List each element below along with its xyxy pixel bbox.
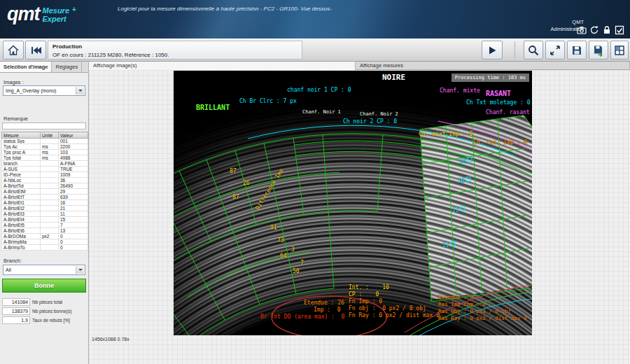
- layout-grid-button[interactable]: [610, 41, 629, 59]
- table-row[interactable]: A-BrtotEtT639: [2, 195, 88, 200]
- table-cell: [41, 195, 59, 200]
- measurement-image-viewer[interactable]: NOIREBRILLANTRASANTchanf noir 1 CP : 0Ch…: [174, 71, 532, 335]
- main-area: Affichage image(s) Affichage mesures: [89, 62, 630, 364]
- table-row[interactable]: A-BrtotEt613: [2, 228, 88, 234]
- play-button[interactable]: [482, 41, 503, 59]
- table-cell: A-SUS: [2, 167, 41, 172]
- table-cell: A-BrImpMa: [2, 239, 41, 245]
- table-cell: 16: [59, 200, 88, 206]
- image-annotation: Ras Ray : 0 px2 / dist max 0: [438, 316, 526, 321]
- table-row[interactable]: A-BrtotEt116: [2, 200, 88, 206]
- image-annotation: Imp : 0: [314, 307, 341, 313]
- chevron-down-icon[interactable]: [76, 266, 84, 274]
- table-cell: 26490: [59, 183, 88, 189]
- image-select-value: Img_A_Overlay (mono): [6, 88, 56, 93]
- table-row[interactable]: A-BrtotEt415: [2, 217, 88, 223]
- image-annotation: Chanf. rasant: [486, 110, 530, 115]
- processing-time-badge: Processing time : 103 ms: [451, 74, 529, 82]
- image-annotation: 11: [442, 243, 449, 248]
- table-row[interactable]: A-BrtotEt221: [2, 206, 88, 211]
- camera-icon[interactable]: [577, 25, 587, 35]
- checkbox-icon[interactable]: [615, 25, 624, 35]
- stat-label: Nb pièces total: [32, 300, 62, 304]
- remarque-input[interactable]: [2, 122, 86, 130]
- application-window: qmt Mesure Expert + Logiciel pour la mes…: [0, 0, 630, 364]
- table-cell: [41, 223, 59, 228]
- image-annotation: Etendue : 26: [304, 300, 344, 306]
- table-row[interactable]: A-BrImpTo0: [2, 245, 88, 251]
- image-annotation: Fn Ray : 0 px2 / dist max 0: [349, 313, 440, 318]
- image-annotation: Ch. ras. Imp : 0: [473, 140, 527, 146]
- table-cell: [41, 178, 59, 183]
- table-row[interactable]: A-BrtotEtM29: [2, 189, 88, 195]
- measure-table: MesureUnitéValeur status Sys001Tps Acms2…: [1, 132, 88, 251]
- table-row[interactable]: A-SUSTRUE: [2, 167, 88, 172]
- table-row[interactable]: branchA-FINA: [2, 161, 88, 167]
- search-button[interactable]: [524, 41, 543, 59]
- table-cell: 0: [59, 234, 88, 239]
- skip-back-button[interactable]: [25, 41, 46, 59]
- table-cell: ms: [41, 144, 59, 150]
- table-row[interactable]: Tps Acms2200: [2, 144, 88, 150]
- main-tab-bar: Affichage image(s) Affichage mesures: [89, 62, 630, 70]
- export-button[interactable]: [589, 41, 608, 59]
- table-cell: A-NbLoc: [2, 178, 41, 183]
- tab-selection-image[interactable]: Sélection d'image: [0, 62, 52, 72]
- left-sidebar: Sélection d'image Réglages Images : Img_…: [0, 62, 89, 364]
- table-cell: branch: [2, 161, 41, 167]
- table-row[interactable]: ID-Piece1009: [2, 172, 88, 178]
- play-icon: [486, 44, 498, 57]
- image-annotation: Chanf. Noir 1: [302, 110, 341, 115]
- column-header[interactable]: Valeur: [59, 132, 88, 139]
- tab-affichage-images[interactable]: Affichage image(s): [89, 62, 356, 70]
- logo-wordmark: Mesure Expert: [43, 7, 70, 23]
- work-order-line: OF en cours : 211125 M280, Référence : 1…: [52, 51, 298, 59]
- image-annotation: 64: [280, 253, 287, 259]
- table-cell: A-BrtotEt4: [2, 217, 41, 223]
- window-grid-icon: [613, 44, 626, 57]
- table-row[interactable]: status Sys001: [2, 139, 88, 144]
- image-annotation: Ch. mixt Imp : 0: [419, 132, 472, 137]
- branch-select-value: All: [6, 267, 11, 272]
- chevron-down-icon[interactable]: [76, 87, 84, 94]
- table-cell: Tps proc A: [2, 150, 41, 155]
- table-row[interactable]: A-BrtotTot26490: [2, 183, 88, 189]
- stat-label: Nb pièces bonne(s): [32, 309, 71, 314]
- stat-value: 1,9: [2, 316, 30, 324]
- table-cell: status Sys: [2, 139, 41, 144]
- image-annotation: Int. : 10: [349, 285, 389, 290]
- table-row[interactable]: A-BrDOMapx20: [2, 234, 88, 239]
- image-annotation: 10: [458, 178, 465, 184]
- image-select[interactable]: Img_A_Overlay (mono): [3, 85, 85, 96]
- stat-label: Taux de rebuts [%]: [32, 318, 70, 323]
- table-row[interactable]: Tps totalms4988: [2, 155, 88, 161]
- save-button[interactable]: [567, 41, 587, 59]
- part-status-button[interactable]: Bonne: [2, 279, 86, 293]
- table-row[interactable]: Tps proc Ams103: [2, 150, 88, 155]
- table-row[interactable]: A-BrtotEt311: [2, 211, 88, 217]
- table-cell: A-FINA: [59, 161, 88, 167]
- column-header[interactable]: Mesure: [2, 132, 41, 139]
- table-row[interactable]: A-NbLoc36: [2, 178, 88, 183]
- image-annotation: Ras Obj : 0 px2 / 0 obj: [438, 309, 511, 314]
- column-header[interactable]: Unité: [41, 132, 59, 139]
- table-cell: 11: [59, 211, 88, 217]
- window-title: Logiciel pour la mesure dimensionnelle à…: [118, 6, 332, 12]
- table-cell: 4988: [59, 155, 88, 161]
- header-icon-bar: [577, 25, 624, 35]
- image-annotation: CP : 0: [349, 292, 379, 298]
- table-row[interactable]: A-BrImpMa0: [2, 239, 88, 245]
- tab-affichage-mesures[interactable]: Affichage mesures: [356, 62, 630, 70]
- table-row[interactable]: A-BrtotEt57: [2, 223, 88, 228]
- tab-reglages[interactable]: Réglages: [52, 62, 82, 72]
- sync-icon[interactable]: [589, 25, 599, 35]
- fit-view-button[interactable]: [545, 41, 565, 59]
- image-annotation: 87: [230, 169, 237, 174]
- branch-select[interactable]: All: [3, 265, 85, 275]
- image-annotation: 91: [270, 225, 277, 231]
- home-button[interactable]: [3, 41, 24, 59]
- image-canvas-background: NOIREBRILLANTRASANTchanf noir 1 CP : 0Ch…: [89, 70, 630, 364]
- logo-qmt-text: qmt: [7, 5, 40, 24]
- table-cell: A-BrDOMa: [2, 234, 41, 239]
- lock-icon[interactable]: [602, 25, 612, 35]
